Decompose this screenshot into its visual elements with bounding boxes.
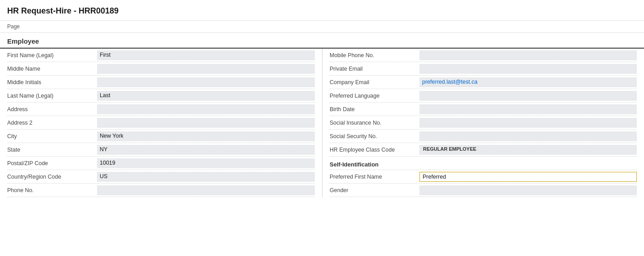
field-label: Address 2 xyxy=(7,120,97,126)
field-value xyxy=(419,50,637,60)
form-row: Last Name (Legal)Last xyxy=(7,89,315,103)
form-row: Mobile Phone No. xyxy=(330,49,637,62)
field-label: First Name (Legal) xyxy=(7,52,97,58)
field-value[interactable]: New York xyxy=(97,131,315,141)
field-label: City xyxy=(7,133,97,139)
field-label: Gender xyxy=(330,187,419,193)
form-row: Address xyxy=(7,103,315,116)
field-value xyxy=(97,185,315,195)
page-title: HR Request-Hire - HRR00189 xyxy=(0,0,644,20)
field-value[interactable]: preferred.last@test.ca xyxy=(419,77,637,87)
field-value[interactable]: US xyxy=(97,172,315,182)
section-header: Employee xyxy=(0,33,644,49)
field-label: HR Employee Class Code xyxy=(330,147,419,153)
field-label: Country/Region Code xyxy=(7,174,97,180)
field-label: Private Email xyxy=(330,66,419,72)
field-label: Preferred First Name xyxy=(330,174,419,180)
field-value[interactable]: Preferred xyxy=(419,172,637,182)
form-row: StateNY xyxy=(7,143,315,157)
field-value xyxy=(419,118,637,128)
field-value xyxy=(419,104,637,114)
form-row: Social Security No. xyxy=(330,130,637,143)
field-label: Address xyxy=(7,106,97,112)
field-label: Last Name (Legal) xyxy=(7,93,97,99)
field-value xyxy=(419,91,637,101)
field-label: Middle Name xyxy=(7,66,97,72)
field-value[interactable]: NY xyxy=(97,145,315,155)
form-row: Preferred Language xyxy=(330,89,637,103)
form-row: Preferred First NamePreferred xyxy=(330,170,637,184)
field-value xyxy=(419,131,637,141)
field-value[interactable]: Last xyxy=(97,91,315,101)
field-label: Preferred Language xyxy=(330,93,419,99)
field-value[interactable]: REGULAR EMPLOYEE xyxy=(419,145,637,155)
form-row: CityNew York xyxy=(7,130,315,143)
field-value xyxy=(97,64,315,74)
form-row: Country/Region CodeUS xyxy=(7,170,315,184)
field-value xyxy=(419,185,637,195)
form-row: Postal/ZIP Code10019 xyxy=(7,157,315,170)
breadcrumb: Page xyxy=(0,20,644,33)
left-column: First Name (Legal)FirstMiddle Name Middl… xyxy=(0,49,322,197)
field-label: Birth Date xyxy=(330,106,419,112)
self-identification-header: Self-Identification xyxy=(330,157,637,170)
form-row: Phone No. xyxy=(7,184,315,197)
field-value xyxy=(97,118,315,128)
form-row: Address 2 xyxy=(7,116,315,130)
form-row: Company Emailpreferred.last@test.ca xyxy=(330,76,637,89)
field-value xyxy=(97,77,315,87)
form-row: Middle Initials xyxy=(7,76,315,89)
field-label: Social Security No. xyxy=(330,133,419,139)
form-row: First Name (Legal)First xyxy=(7,49,315,62)
field-label: Middle Initials xyxy=(7,79,97,85)
field-value[interactable]: First xyxy=(97,50,315,60)
field-label: Social Insurance No. xyxy=(330,120,419,126)
field-value[interactable]: 10019 xyxy=(97,158,315,168)
field-value xyxy=(97,104,315,114)
form-row: Social Insurance No. xyxy=(330,116,637,130)
field-label: Postal/ZIP Code xyxy=(7,160,97,166)
right-column: Mobile Phone No. Private Email Company E… xyxy=(322,49,644,197)
form-row: Gender xyxy=(330,184,637,197)
form-row: Middle Name xyxy=(7,62,315,76)
form-row: HR Employee Class CodeREGULAR EMPLOYEE xyxy=(330,143,637,157)
field-label: State xyxy=(7,147,97,153)
form-row: Private Email xyxy=(330,62,637,76)
form-row: Birth Date xyxy=(330,103,637,116)
field-value xyxy=(419,64,637,74)
field-label: Company Email xyxy=(330,79,419,85)
field-label: Phone No. xyxy=(7,187,97,193)
field-label: Mobile Phone No. xyxy=(330,52,419,58)
